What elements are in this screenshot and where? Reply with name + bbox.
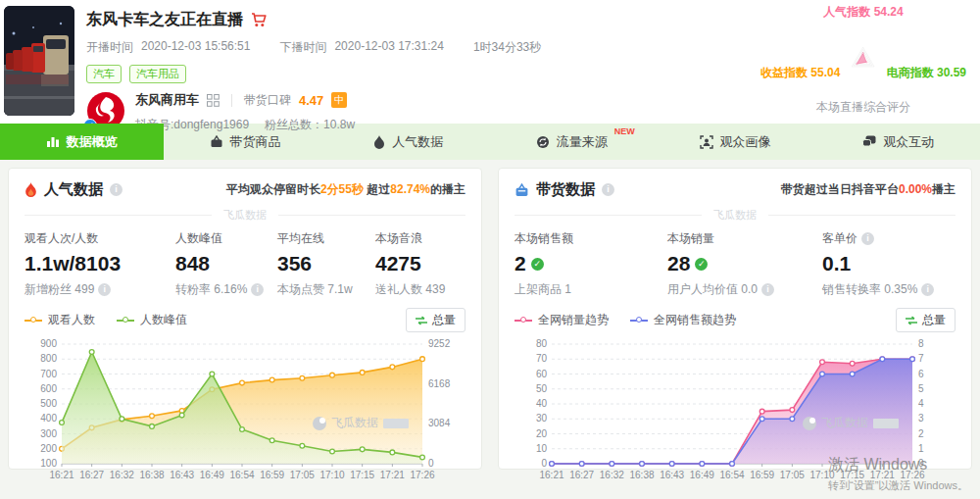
legend-sales-amount[interactable]: 全网销售额趋势 <box>630 312 736 328</box>
svg-text:40: 40 <box>536 398 548 409</box>
legend-peak[interactable]: 人数峰值 <box>117 312 187 328</box>
category-tags: 汽车 汽车用品 <box>86 65 541 83</box>
basket-icon <box>514 183 529 197</box>
divider <box>231 94 232 107</box>
tag-auto-goods[interactable]: 汽车用品 <box>129 65 186 83</box>
revenue-index-label: 收益指数 55.04 <box>760 65 840 81</box>
flame-icon <box>24 182 37 197</box>
svg-text:4: 4 <box>918 398 924 409</box>
svg-text:1: 1 <box>918 443 924 454</box>
end-time-value: 2020-12-03 17:31:24 <box>334 39 443 56</box>
cart-icon[interactable] <box>251 13 267 27</box>
legend-marker-icon <box>24 320 42 322</box>
tag-auto[interactable]: 汽车 <box>86 65 122 83</box>
stat-unit-price: 客单价i 0.1 销售转换率 0.35%i <box>822 230 956 298</box>
svg-text:0: 0 <box>541 458 547 469</box>
total-toggle-button[interactable]: 总量 <box>406 308 466 332</box>
svg-text:16:43: 16:43 <box>660 470 684 480</box>
stream-title: 东风卡车之友正在直播 <box>86 10 243 30</box>
svg-text:50: 50 <box>536 383 548 394</box>
divider-watermark: 飞瓜数据 <box>514 208 956 223</box>
svg-text:800: 800 <box>40 353 57 364</box>
tab-bar: 数据概览 带货商品 人气数据 流量来源 NEW <box>0 124 980 160</box>
end-time-label: 下播时间 <box>279 39 326 56</box>
svg-text:6: 6 <box>918 369 924 379</box>
info-icon[interactable]: i <box>251 283 264 296</box>
info-icon[interactable]: i <box>861 232 874 245</box>
panel-title: 人气数据 <box>44 180 103 199</box>
popularity-stats: 观看人次/人数 1.1w/8103 新增粉丝 499i 人数峰值 848 转粉率… <box>24 230 466 298</box>
ecommerce-index-label: 电商指数 30.59 <box>887 65 966 81</box>
stream-thumbnail[interactable] <box>4 6 74 116</box>
check-badge-icon: ✓ <box>531 258 544 271</box>
legend-viewers[interactable]: 观看人数 <box>24 312 95 328</box>
bar-chart-icon <box>46 135 60 148</box>
flame-icon <box>373 135 385 149</box>
stream-times: 开播时间 2020-12-03 15:56:51 下播时间 2020-12-03… <box>86 39 541 56</box>
info-icon[interactable]: i <box>761 283 774 296</box>
svg-text:16:43: 16:43 <box>170 470 194 480</box>
popularity-panel: 人气数据 i 平均观众停留时长2分55秒 超过82.74%的播主 飞瓜数据 观看… <box>8 168 482 470</box>
svg-text:16:21: 16:21 <box>49 470 74 480</box>
grid-icon[interactable] <box>207 94 220 107</box>
duration-value: 1时34分33秒 <box>473 39 541 56</box>
svg-text:30: 30 <box>536 413 548 424</box>
reputation-badge: 中 <box>331 92 347 108</box>
svg-text:60: 60 <box>536 369 548 379</box>
tab-products[interactable]: 带货商品 <box>164 124 327 160</box>
basket-icon <box>210 135 223 148</box>
svg-text:5: 5 <box>918 383 924 394</box>
new-badge: NEW <box>614 126 635 136</box>
tab-popularity[interactable]: 人气数据 <box>326 124 490 160</box>
info-icon[interactable]: i <box>98 283 111 296</box>
svg-text:3084: 3084 <box>428 418 451 428</box>
tab-audience-interaction[interactable]: 观众互动 <box>816 124 980 160</box>
tab-audience-portrait[interactable]: 观众画像 <box>654 124 817 160</box>
svg-text:16:32: 16:32 <box>600 470 624 480</box>
info-icon[interactable]: i <box>110 183 122 196</box>
chart-legend: 全网销量趋势 全网销售额趋势 总量 <box>514 308 956 332</box>
reputation-label: 带货口碑 <box>244 92 291 109</box>
info-icon[interactable]: i <box>602 183 614 196</box>
svg-text:20: 20 <box>536 428 548 439</box>
total-toggle-button[interactable]: 总量 <box>896 308 956 332</box>
popularity-area-chart: 1002003004005006007008009000308461689252… <box>24 336 467 483</box>
info-icon[interactable]: i <box>921 283 934 296</box>
svg-text:0: 0 <box>428 458 434 469</box>
svg-text:6168: 6168 <box>428 378 451 389</box>
svg-text:16:32: 16:32 <box>110 470 134 480</box>
tab-data-overview[interactable]: 数据概览 <box>0 124 164 160</box>
svg-text:3: 3 <box>918 413 924 424</box>
svg-text:80: 80 <box>536 338 548 349</box>
radar-chart <box>840 21 886 95</box>
swap-icon <box>906 316 917 325</box>
sales-stats: 本场销售额 2✓ 上架商品 1 本场销量 28✓ 用户人均价值 0.0i 客单价… <box>514 230 956 298</box>
svg-text:16:54: 16:54 <box>719 470 744 480</box>
legend-marker-icon <box>630 320 648 322</box>
stat-sales-volume: 本场销量 28✓ 用户人均价值 0.0i <box>667 230 822 298</box>
svg-text:17:05: 17:05 <box>290 470 315 480</box>
svg-text:400: 400 <box>40 413 57 424</box>
svg-text:100: 100 <box>40 458 57 469</box>
live-analytics-page: 东风卡车之友正在直播 开播时间 2020-12-03 15:56:51 下播时间… <box>0 0 980 499</box>
svg-text:700: 700 <box>40 369 57 379</box>
svg-text:9252: 9252 <box>428 338 451 349</box>
svg-text:17:05: 17:05 <box>780 470 805 480</box>
svg-text:17:10: 17:10 <box>319 470 344 480</box>
svg-text:16:49: 16:49 <box>690 470 714 480</box>
legend-sales-volume[interactable]: 全网销量趋势 <box>514 312 609 328</box>
svg-text:2: 2 <box>918 428 924 439</box>
sales-summary: 带货超过当日抖音平台0.00%播主 <box>781 181 956 198</box>
svg-text:900: 900 <box>40 338 57 349</box>
stat-peak: 人数峰值 848 转粉率 6.16%i <box>175 230 277 298</box>
interaction-icon <box>862 135 876 148</box>
portrait-icon <box>700 135 713 149</box>
stream-header: 东风卡车之友正在直播 开播时间 2020-12-03 15:56:51 下播时间… <box>0 0 980 124</box>
brand-name[interactable]: 东风商用车 <box>135 91 199 109</box>
dashboard-main: 人气数据 i 平均观众停留时长2分55秒 超过82.74%的播主 飞瓜数据 观看… <box>0 160 980 477</box>
svg-text:17:26: 17:26 <box>410 470 434 480</box>
svg-text:16:59: 16:59 <box>750 470 774 480</box>
svg-text:16:54: 16:54 <box>229 470 254 480</box>
svg-text:16:27: 16:27 <box>569 470 594 480</box>
tab-traffic-source[interactable]: 流量来源 NEW <box>490 124 654 160</box>
